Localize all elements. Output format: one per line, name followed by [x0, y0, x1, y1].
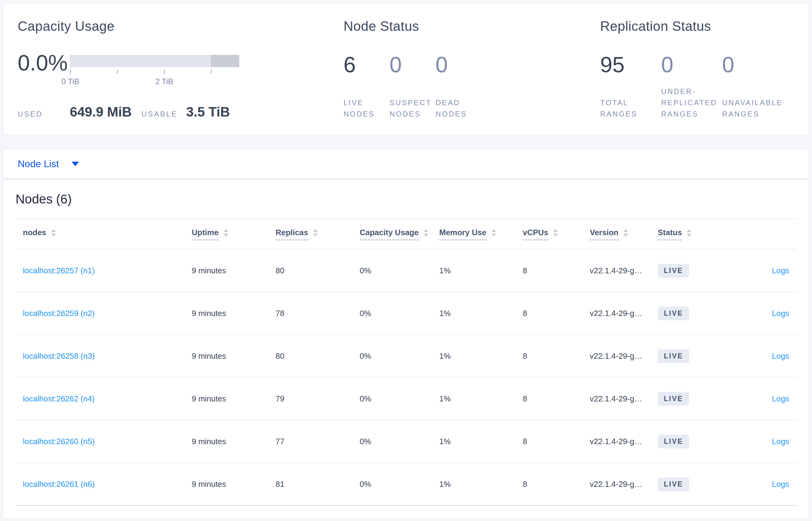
version-cell: v22.1.4-29-g…: [582, 394, 650, 404]
column-header-label[interactable]: Uptime: [192, 228, 218, 240]
logs-link[interactable]: Logs: [772, 309, 789, 318]
column-header[interactable]: Status: [650, 228, 726, 240]
column-header[interactable]: [726, 232, 796, 235]
replication-status-labels: TOTAL RANGESUNDER-REPLICATED RANGESUNAVA…: [600, 86, 809, 119]
status-badge: LIVE: [658, 349, 689, 363]
logs-link[interactable]: Logs: [772, 437, 789, 446]
table-row: localhost:26260 (n5) 9 minutes 77 0% 1% …: [16, 420, 796, 463]
view-selector-dropdown[interactable]: Node List: [18, 158, 59, 169]
logs-link[interactable]: Logs: [772, 352, 789, 361]
stat-label: DEAD NODES: [435, 97, 482, 119]
column-header-label[interactable]: Replicas: [276, 228, 308, 240]
sort-arrows-icon[interactable]: [491, 229, 496, 239]
logs-link[interactable]: Logs: [772, 394, 789, 403]
axis-tick-label: 0 TiB: [61, 77, 79, 86]
sort-arrows-icon[interactable]: [223, 229, 228, 239]
replication-status-values: 9500: [600, 54, 809, 76]
status-badge: LIVE: [658, 392, 689, 406]
vcpus-cell: 8: [516, 394, 582, 404]
node-status-values: 600: [343, 54, 600, 76]
sort-arrows-icon[interactable]: [553, 229, 558, 239]
node-status-section: Node Status 600 LIVE NODESSUSPECT NODESD…: [343, 3, 600, 135]
memory-use-cell: 1%: [432, 352, 516, 361]
column-header-label[interactable]: Version: [590, 228, 618, 240]
sort-asc-icon: [687, 229, 692, 232]
axis-tick: [117, 70, 118, 74]
sort-arrows-icon[interactable]: [313, 229, 318, 239]
column-header-label[interactable]: nodes: [23, 228, 46, 240]
stat-value: 0: [661, 54, 722, 76]
sort-asc-icon: [553, 229, 558, 232]
node-status-title: Node Status: [343, 20, 600, 33]
version-cell: v22.1.4-29-g…: [582, 352, 650, 361]
chevron-down-icon[interactable]: [72, 162, 79, 166]
uptime-cell: 9 minutes: [184, 266, 268, 275]
column-header[interactable]: Replicas: [268, 228, 352, 240]
sort-desc-icon: [424, 234, 429, 237]
node-link[interactable]: localhost:26260 (n5): [23, 437, 95, 446]
status-badge: LIVE: [658, 264, 689, 277]
column-header-label[interactable]: Status: [658, 228, 682, 240]
node-link[interactable]: localhost:26257 (n1): [23, 266, 95, 275]
version-cell: v22.1.4-29-g…: [582, 309, 650, 318]
node-link[interactable]: localhost:26258 (n3): [23, 352, 95, 361]
table-row: localhost:26257 (n1) 9 minutes 80 0% 1% …: [16, 250, 796, 292]
column-header-label[interactable]: Capacity Usage: [360, 228, 419, 240]
capacity-usage-section: Capacity Usage 0.0% 0 TiB 2 TiB USED: [3, 3, 343, 135]
sort-desc-icon: [491, 234, 496, 237]
node-link[interactable]: localhost:26259 (n2): [23, 309, 95, 318]
stat-value: 6: [343, 54, 389, 76]
memory-use-cell: 1%: [432, 437, 516, 446]
capacity-bar-reserved-segment: [211, 55, 239, 67]
capacity-usage-cell: 0%: [352, 437, 432, 446]
sort-asc-icon: [491, 229, 496, 232]
replicas-cell: 77: [268, 437, 352, 446]
vcpus-cell: 8: [516, 479, 582, 489]
node-link[interactable]: localhost:26261 (n6): [23, 479, 95, 489]
replicas-cell: 81: [268, 479, 352, 489]
node-link[interactable]: localhost:26262 (n4): [23, 394, 95, 403]
version-cell: v22.1.4-29-g…: [582, 479, 650, 489]
cluster-summary-bar: Capacity Usage 0.0% 0 TiB 2 TiB USED: [3, 3, 809, 135]
capacity-usage-title: Capacity Usage: [18, 20, 343, 33]
axis-tick-label: 2 TiB: [155, 77, 173, 86]
memory-use-cell: 1%: [432, 394, 516, 404]
sort-asc-icon: [51, 229, 56, 232]
stat-value: 0: [722, 54, 783, 76]
stat-label: UNAVAILABLE RANGES: [722, 97, 783, 119]
sort-arrows-icon[interactable]: [687, 229, 692, 239]
memory-use-cell: 1%: [432, 479, 516, 489]
capacity-usage-cell: 0%: [352, 352, 432, 361]
column-header[interactable]: Memory Use: [432, 228, 516, 240]
sort-asc-icon: [623, 229, 628, 232]
replicas-cell: 78: [268, 309, 352, 318]
column-header[interactable]: nodes: [16, 228, 184, 240]
vcpus-cell: 8: [516, 352, 582, 361]
sort-arrows-icon[interactable]: [51, 229, 56, 239]
logs-link[interactable]: Logs: [772, 266, 789, 275]
sort-desc-icon: [51, 234, 56, 237]
sort-asc-icon: [424, 229, 429, 232]
column-header[interactable]: vCPUs: [516, 228, 582, 240]
sort-desc-icon: [623, 234, 628, 237]
capacity-usage-cell: 0%: [352, 266, 432, 275]
capacity-gauge: 0.0% 0 TiB 2 TiB: [18, 52, 343, 85]
column-header[interactable]: Uptime: [184, 228, 268, 240]
sort-arrows-icon[interactable]: [424, 229, 429, 239]
column-header[interactable]: Capacity Usage: [352, 228, 432, 240]
nodes-table-header: nodes Uptime Replicas Capacity Usage Mem…: [16, 219, 796, 250]
table-row: localhost:26258 (n3) 9 minutes 80 0% 1% …: [16, 335, 796, 378]
logs-link[interactable]: Logs: [772, 479, 789, 489]
memory-use-cell: 1%: [432, 266, 516, 275]
column-header[interactable]: Version: [582, 228, 650, 240]
column-header-label[interactable]: vCPUs: [523, 228, 548, 240]
uptime-cell: 9 minutes: [184, 352, 268, 361]
capacity-used-usable: USED 649.9 MiB USABLE 3.5 TiB: [18, 104, 343, 119]
column-header-label[interactable]: Memory Use: [439, 228, 486, 240]
replication-status-title: Replication Status: [600, 20, 809, 33]
sort-desc-icon: [553, 234, 558, 237]
uptime-cell: 9 minutes: [184, 394, 268, 404]
sort-arrows-icon[interactable]: [623, 229, 628, 239]
replicas-cell: 79: [268, 394, 352, 404]
stat-label: SUSPECT NODES: [389, 97, 435, 119]
